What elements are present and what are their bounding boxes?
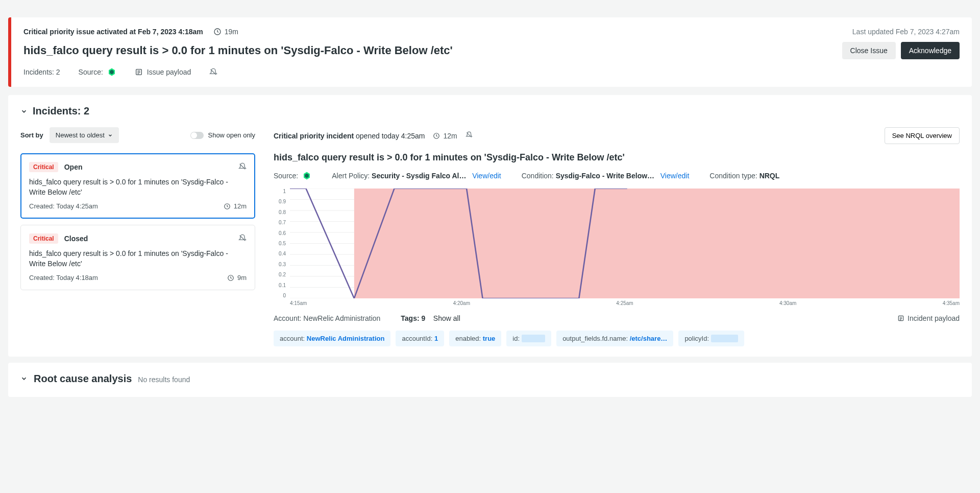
last-updated: Last updated Feb 7, 2023 4:27am <box>852 28 960 36</box>
incident-detail-meta: Source: Alert Policy: Security - Sysdig … <box>274 171 960 180</box>
account-label: Account: NewRelic Administration <box>274 314 380 322</box>
sort-controls: Sort by Newest to oldest Show open only <box>20 127 255 143</box>
y-tick: 0.1 <box>274 283 286 288</box>
show-all-tags-link[interactable]: Show all <box>433 314 460 322</box>
root-cause-section: Root cause analysis No results found <box>8 363 972 397</box>
incident-description: hids_falco query result is > 0.0 for 1 m… <box>29 249 247 269</box>
incidents-section-header[interactable]: Incidents: 2 <box>20 105 960 117</box>
detail-mute-icon[interactable] <box>465 131 473 140</box>
incidents-count: Incidents: 2 <box>23 68 60 76</box>
incident-card[interactable]: Critical Closed hids_falco query result … <box>20 225 255 290</box>
clock-icon <box>433 132 440 139</box>
alert-policy: Alert Policy: Security - Sysdig Falco Al… <box>332 172 501 180</box>
svg-rect-16 <box>354 189 960 298</box>
payload-icon <box>135 68 143 76</box>
incident-duration: 9m <box>227 274 247 281</box>
status-badge: Closed <box>64 234 88 243</box>
y-tick: 0.4 <box>274 251 286 256</box>
incident-chart: 10.90.80.70.60.50.40.30.20.10 4:15am4:20… <box>274 189 960 306</box>
y-tick: 0.8 <box>274 209 286 215</box>
mute-icon[interactable] <box>238 162 247 172</box>
issue-age: 19m <box>213 28 238 36</box>
alert-policy-view-edit-link[interactable]: View/edit <box>472 172 501 180</box>
mute-icon[interactable] <box>238 234 247 244</box>
incident-duration: 12m <box>433 132 457 140</box>
header-status-line: Critical priority issue activated at Feb… <box>23 28 960 36</box>
severity-badge: Critical <box>29 233 58 244</box>
y-tick: 0.2 <box>274 272 286 277</box>
y-tick: 0.7 <box>274 220 286 225</box>
rca-title: Root cause analysis <box>34 373 132 385</box>
payload-icon <box>897 315 904 322</box>
incident-opened-line: Critical priority incident opened today … <box>274 132 425 140</box>
incident-detail-title: hids_falco query result is > 0.0 for 1 m… <box>274 152 960 163</box>
sort-dropdown[interactable]: Newest to oldest <box>50 127 119 143</box>
issue-title: hids_falco query result is > 0.0 for 1 m… <box>23 43 453 58</box>
close-issue-button[interactable]: Close Issue <box>842 42 896 59</box>
activated-text: Critical priority issue activated at Feb… <box>23 28 203 36</box>
incident-duration: 12m <box>224 202 247 210</box>
y-tick: 0.3 <box>274 262 286 267</box>
detail-source: Source: <box>274 171 311 180</box>
newrelic-icon <box>302 171 311 180</box>
incident-payload-link[interactable]: Incident payload <box>897 314 960 322</box>
tag-enabled[interactable]: enabled: true <box>449 331 501 346</box>
x-tick: 4:30am <box>779 300 796 306</box>
tag-id[interactable]: id: __ <box>506 331 551 346</box>
issue-header-card: Critical priority issue activated at Feb… <box>8 17 972 87</box>
y-tick: 0 <box>274 293 286 298</box>
clock-icon <box>213 28 222 36</box>
chevron-down-icon <box>108 133 113 138</box>
rca-subtitle: No results found <box>138 375 190 384</box>
source-meta: Source: <box>79 67 116 77</box>
x-tick: 4:15am <box>290 300 307 306</box>
issue-meta-row: Incidents: 2 Source: Issue payload <box>23 67 960 77</box>
acknowledge-button[interactable]: Acknowledge <box>901 42 960 59</box>
y-tick: 0.9 <box>274 199 286 204</box>
show-open-only-toggle[interactable] <box>190 132 204 139</box>
mute-icon[interactable] <box>209 68 217 76</box>
y-tick: 0.6 <box>274 230 286 236</box>
tag-policyid[interactable]: policyId: ___ <box>678 331 744 346</box>
rca-header[interactable]: Root cause analysis No results found <box>20 373 960 385</box>
status-badge: Open <box>64 163 83 171</box>
incident-card[interactable]: Critical Open hids_falco query result is… <box>20 153 255 219</box>
sort-by-label: Sort by <box>20 131 43 139</box>
condition-type: Condition type: NRQL <box>709 172 779 180</box>
issue-payload-link[interactable]: Issue payload <box>135 68 191 76</box>
incident-detail-column: Critical priority incident opened today … <box>274 127 960 346</box>
incident-created: Created: Today 4:18am <box>29 274 98 281</box>
condition: Condition: Sysdig-Falco - Write Below… V… <box>522 172 690 180</box>
incidents-section-title: Incidents: 2 <box>33 105 89 117</box>
incidents-list-column: Sort by Newest to oldest Show open only … <box>20 127 255 346</box>
chevron-down-icon[interactable] <box>20 375 28 382</box>
severity-badge: Critical <box>29 162 58 172</box>
newrelic-icon <box>107 67 116 77</box>
condition-view-edit-link[interactable]: View/edit <box>660 172 690 180</box>
tag-output-fields[interactable]: output_fields.fd.name: /etc/share… <box>556 331 673 346</box>
y-tick: 0.5 <box>274 241 286 246</box>
incidents-section: Incidents: 2 Sort by Newest to oldest Sh… <box>8 95 972 357</box>
incident-description: hids_falco query result is > 0.0 for 1 m… <box>29 177 247 197</box>
clock-icon <box>224 203 231 210</box>
see-nrql-button[interactable]: See NRQL overview <box>885 127 960 144</box>
chevron-down-icon[interactable] <box>20 108 28 115</box>
account-tags-row: Account: NewRelic Administration Tags: 9… <box>274 314 960 322</box>
x-tick: 4:20am <box>453 300 470 306</box>
y-tick: 1 <box>274 189 286 194</box>
show-open-only-label: Show open only <box>208 131 255 139</box>
incident-created: Created: Today 4:25am <box>29 202 98 210</box>
tag-account[interactable]: account: NewRelic Administration <box>274 331 390 346</box>
tag-accountid[interactable]: accountId: 1 <box>396 331 444 346</box>
x-tick: 4:25am <box>616 300 633 306</box>
clock-icon <box>227 274 234 281</box>
tags-count: Tags: 9 <box>401 314 425 322</box>
tags-list: account: NewRelic Administration account… <box>274 331 960 346</box>
x-tick: 4:35am <box>943 300 960 306</box>
